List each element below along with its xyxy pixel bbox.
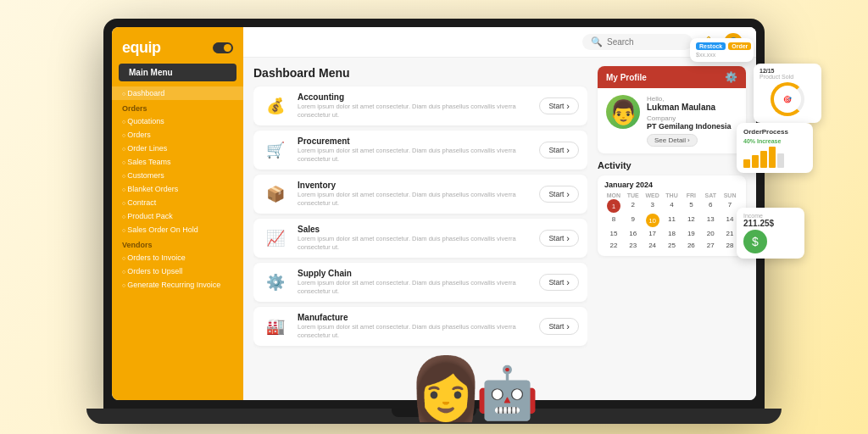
cal-day-23: 23 bbox=[624, 240, 643, 251]
sidebar-item-quotations[interactable]: Quotations bbox=[112, 114, 243, 128]
sidebar-item-generate-recurring[interactable]: Generate Recurring Invoice bbox=[112, 278, 243, 292]
cal-day-11: 11 bbox=[663, 214, 682, 227]
cal-day-6: 6 bbox=[701, 199, 720, 213]
laptop-wrapper: equip Main Menu Dashboard Orders Quotati… bbox=[86, 10, 782, 424]
menu-card-procurement: 🛒 Procurement Lorem ipsum dolor sit amet… bbox=[253, 131, 587, 170]
content-area: Dashboard Menu 💰 Accounting Lorem ipsum … bbox=[243, 58, 756, 400]
procurement-title: Procurement bbox=[298, 136, 531, 146]
laptop-base bbox=[86, 409, 782, 424]
sidebar: equip Main Menu Dashboard Orders Quotati… bbox=[112, 27, 243, 400]
search-input[interactable] bbox=[607, 37, 683, 47]
inventory-info: Inventory Lorem ipsum dolor sit amet con… bbox=[298, 181, 531, 208]
cal-day-17: 17 bbox=[643, 228, 662, 239]
sidebar-section-orders: Orders bbox=[112, 100, 243, 114]
profile-name: Lukman Maulana bbox=[647, 103, 737, 112]
cal-day-16: 16 bbox=[624, 228, 643, 239]
menu-card-sales: 📈 Sales Lorem ipsum dolor sit amet conse… bbox=[253, 219, 587, 258]
search-box[interactable]: 🔍 bbox=[582, 34, 693, 50]
sidebar-item-dashboard[interactable]: Dashboard bbox=[112, 86, 243, 100]
sidebar-item-sales-order-on-hold[interactable]: Sales Order On Hold bbox=[112, 223, 243, 236]
main-menu-button[interactable]: Main Menu bbox=[119, 64, 236, 81]
sidebar-item-contract[interactable]: Contract bbox=[112, 196, 243, 209]
profile-card: My Profile ⚙️ 👨 Hello, Lukman bbox=[598, 66, 746, 153]
menu-cards: 💰 Accounting Lorem ipsum dolor sit amet … bbox=[253, 86, 587, 346]
profile-header-title: My Profile bbox=[606, 73, 647, 82]
sidebar-item-sales-teams[interactable]: Sales Teams bbox=[112, 155, 243, 169]
sidebar-item-orders-to-upsell[interactable]: Orders to Upsell bbox=[112, 264, 243, 278]
inventory-desc: Lorem ipsum dolor sit amet consectetur. … bbox=[298, 191, 531, 208]
sidebar-item-product-pack[interactable]: Product Pack bbox=[112, 209, 243, 223]
inventory-start-button[interactable]: Start bbox=[539, 186, 579, 203]
supply-chain-start-button[interactable]: Start bbox=[539, 274, 579, 291]
profile-hello: Hello, bbox=[647, 95, 737, 103]
supply-chain-title: Supply Chain bbox=[298, 269, 531, 278]
activity-title: Activity bbox=[598, 160, 746, 170]
main-content: 🔍 🔔 👤 Dashboard Menu bbox=[243, 27, 756, 400]
cal-day-1: 1 bbox=[607, 199, 620, 213]
cal-day-5: 5 bbox=[682, 199, 700, 213]
supply-chain-info: Supply Chain Lorem ipsum dolor sit amet … bbox=[298, 269, 531, 296]
manufacture-info: Manufacture Lorem ipsum dolor sit amet c… bbox=[298, 313, 531, 340]
cal-day-18: 18 bbox=[663, 228, 682, 239]
accounting-title: Accounting bbox=[298, 92, 531, 102]
cal-header-thu: THU bbox=[663, 192, 682, 198]
app-background: equip Main Menu Dashboard Orders Quotati… bbox=[0, 0, 868, 434]
cal-day-10: 10 bbox=[646, 214, 659, 227]
inventory-title: Inventory bbox=[298, 181, 531, 190]
cal-day-12: 12 bbox=[682, 214, 700, 227]
manufacture-start-button[interactable]: Start bbox=[539, 318, 579, 335]
menu-card-supply-chain: ⚙️ Supply Chain Lorem ipsum dolor sit am… bbox=[253, 263, 587, 302]
procurement-desc: Lorem ipsum dolor sit amet consectetur. … bbox=[298, 147, 531, 164]
cal-day-20: 20 bbox=[701, 228, 720, 239]
calendar-grid: MON TUE WED THU FRI SAT SUN 1 bbox=[604, 192, 739, 251]
profile-company-label: Company bbox=[647, 114, 737, 122]
cal-day-27: 27 bbox=[701, 240, 720, 251]
avatar[interactable]: 👤 bbox=[724, 33, 743, 52]
gear-icon[interactable]: ⚙️ bbox=[725, 71, 737, 83]
laptop-screen: equip Main Menu Dashboard Orders Quotati… bbox=[112, 27, 756, 400]
manufacture-icon: 🏭 bbox=[262, 313, 289, 340]
manufacture-title: Manufacture bbox=[298, 313, 531, 322]
cal-day-8: 8 bbox=[604, 214, 623, 227]
cal-header-sun: SUN bbox=[721, 192, 739, 198]
sidebar-item-customers[interactable]: Customers bbox=[112, 169, 243, 182]
supply-chain-desc: Lorem ipsum dolor sit amet consectetur. … bbox=[298, 279, 531, 296]
cal-day-19: 19 bbox=[682, 228, 700, 239]
dashboard-title: Dashboard Menu bbox=[253, 66, 587, 80]
sidebar-logo: equip bbox=[112, 34, 243, 64]
accounting-desc: Lorem ipsum dolor sit amet consectetur. … bbox=[298, 103, 531, 120]
sales-start-button[interactable]: Start bbox=[539, 230, 579, 247]
sales-info: Sales Lorem ipsum dolor sit amet consect… bbox=[298, 225, 531, 252]
cal-day-28: 28 bbox=[721, 240, 739, 251]
profile-body: 👨 Hello, Lukman Maulana Company PT Gemil… bbox=[598, 88, 746, 153]
accounting-start-button[interactable]: Start bbox=[539, 97, 579, 114]
laptop-notch bbox=[392, 409, 476, 417]
calendar-card: January 2024 MON TUE WED THU FRI SAT SUN bbox=[598, 175, 746, 256]
accounting-info: Accounting Lorem ipsum dolor sit amet co… bbox=[298, 92, 531, 120]
calendar-month: January 2024 bbox=[604, 181, 739, 189]
sidebar-item-blanket-orders[interactable]: Blanket Orders bbox=[112, 182, 243, 196]
accounting-icon: 💰 bbox=[262, 92, 289, 120]
right-panel: My Profile ⚙️ 👨 Hello, Lukman bbox=[598, 66, 746, 392]
sidebar-item-orders[interactable]: Orders bbox=[112, 128, 243, 142]
see-detail-button[interactable]: See Detail › bbox=[647, 134, 698, 147]
menu-card-manufacture: 🏭 Manufacture Lorem ipsum dolor sit amet… bbox=[253, 307, 587, 346]
bell-icon[interactable]: 🔔 bbox=[701, 36, 715, 49]
menu-card-accounting: 💰 Accounting Lorem ipsum dolor sit amet … bbox=[253, 86, 587, 125]
activity-section: Activity January 2024 MON TUE WED THU FR… bbox=[598, 160, 746, 392]
cal-day-25: 25 bbox=[663, 240, 682, 251]
sidebar-item-orders-to-invoice[interactable]: Orders to Invoice bbox=[112, 251, 243, 264]
cal-header-wed: WED bbox=[643, 192, 662, 198]
sidebar-section-vendors: Vendors bbox=[112, 236, 243, 251]
sidebar-toggle[interactable] bbox=[213, 42, 233, 53]
sidebar-item-order-lines[interactable]: Order Lines bbox=[112, 142, 243, 155]
cal-day-3: 3 bbox=[643, 199, 662, 213]
procurement-start-button[interactable]: Start bbox=[539, 142, 579, 159]
cal-day-7: 7 bbox=[721, 199, 739, 213]
profile-header: My Profile ⚙️ bbox=[598, 66, 746, 88]
profile-info: Hello, Lukman Maulana Company PT Gemilan… bbox=[647, 95, 737, 147]
menu-card-inventory: 📦 Inventory Lorem ipsum dolor sit amet c… bbox=[253, 175, 587, 214]
cal-header-fri: FRI bbox=[682, 192, 700, 198]
topbar: 🔍 🔔 👤 bbox=[243, 27, 756, 58]
sales-icon: 📈 bbox=[262, 225, 289, 252]
